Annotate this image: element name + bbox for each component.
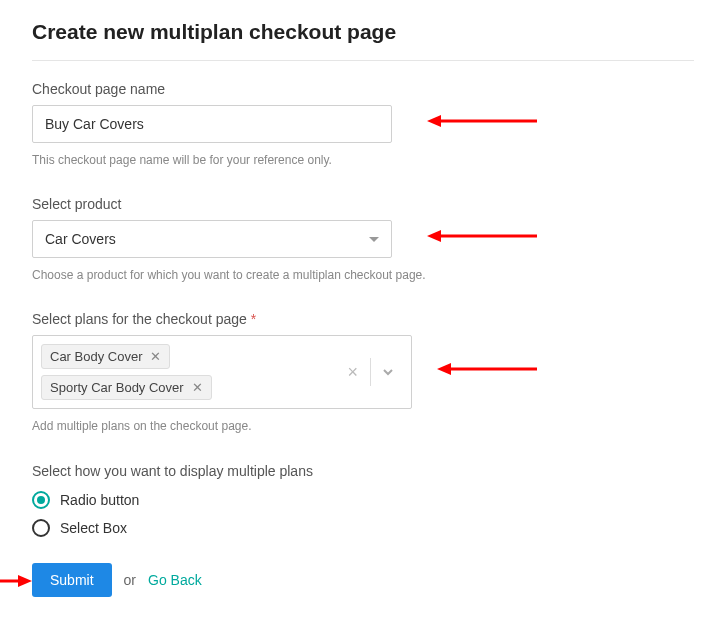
checkout-name-help: This checkout page name will be for your… bbox=[32, 151, 432, 170]
select-plans-label: Select plans for the checkout page * bbox=[32, 311, 694, 327]
annotation-arrow bbox=[427, 226, 537, 246]
form-actions: Submit or Go Back bbox=[32, 563, 694, 597]
radio-group: Radio button Select Box bbox=[32, 491, 694, 537]
clear-all-icon[interactable]: × bbox=[339, 363, 366, 381]
multiselect-controls: × bbox=[339, 336, 411, 408]
close-icon[interactable]: ✕ bbox=[150, 350, 161, 363]
field-display-type: Select how you want to display multiple … bbox=[32, 463, 694, 537]
select-product-help: Choose a product for which you want to c… bbox=[32, 266, 432, 285]
chevron-down-icon[interactable] bbox=[375, 365, 401, 379]
annotation-arrow bbox=[0, 571, 32, 591]
field-checkout-name: Checkout page name This checkout page na… bbox=[32, 81, 694, 170]
or-text: or bbox=[124, 572, 136, 588]
go-back-link[interactable]: Go Back bbox=[148, 572, 202, 588]
close-icon[interactable]: ✕ bbox=[192, 381, 203, 394]
display-type-label: Select how you want to display multiple … bbox=[32, 463, 694, 479]
tag-label: Sporty Car Body Cover bbox=[50, 380, 184, 395]
checkout-name-input[interactable] bbox=[32, 105, 392, 143]
radio-icon bbox=[32, 519, 50, 537]
tag-label: Car Body Cover bbox=[50, 349, 142, 364]
annotation-arrow bbox=[437, 359, 537, 379]
select-plans-help: Add multiple plans on the checkout page. bbox=[32, 417, 432, 436]
svg-marker-7 bbox=[18, 575, 32, 587]
checkout-name-label: Checkout page name bbox=[32, 81, 694, 97]
field-select-plans: Select plans for the checkout page * Car… bbox=[32, 311, 694, 436]
tag-item: Car Body Cover ✕ bbox=[41, 344, 170, 369]
svg-marker-1 bbox=[427, 115, 441, 127]
tag-item: Sporty Car Body Cover ✕ bbox=[41, 375, 212, 400]
radio-icon bbox=[32, 491, 50, 509]
radio-option-radio-button[interactable]: Radio button bbox=[32, 491, 694, 509]
select-plans-label-text: Select plans for the checkout page bbox=[32, 311, 247, 327]
vertical-divider bbox=[370, 358, 371, 386]
submit-button[interactable]: Submit bbox=[32, 563, 112, 597]
chevron-down-icon bbox=[369, 237, 379, 242]
page-title: Create new multiplan checkout page bbox=[32, 20, 694, 44]
select-product-label: Select product bbox=[32, 196, 694, 212]
annotation-arrow bbox=[427, 111, 537, 131]
field-select-product: Select product Car Covers Choose a produ… bbox=[32, 196, 694, 285]
divider bbox=[32, 60, 694, 61]
svg-marker-3 bbox=[427, 230, 441, 242]
select-plans-multiselect[interactable]: Car Body Cover ✕ Sporty Car Body Cover ✕… bbox=[32, 335, 412, 409]
select-product-value: Car Covers bbox=[45, 231, 369, 247]
radio-label: Radio button bbox=[60, 492, 139, 508]
svg-marker-5 bbox=[437, 363, 451, 375]
radio-label: Select Box bbox=[60, 520, 127, 536]
select-product-dropdown[interactable]: Car Covers bbox=[32, 220, 392, 258]
required-mark: * bbox=[251, 311, 256, 327]
radio-option-select-box[interactable]: Select Box bbox=[32, 519, 694, 537]
multiselect-tags-container: Car Body Cover ✕ Sporty Car Body Cover ✕ bbox=[33, 336, 339, 408]
